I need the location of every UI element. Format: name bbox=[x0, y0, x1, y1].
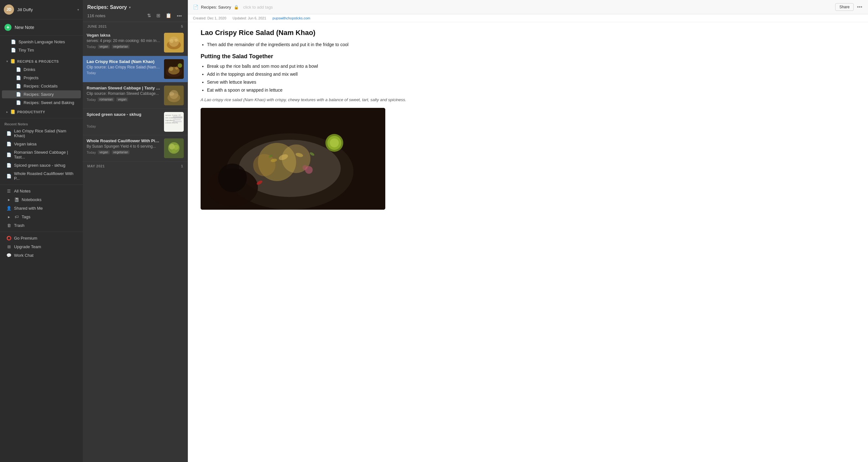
sidebar-item-spanish[interactable]: 📄 Spanish Language Notes bbox=[2, 38, 81, 46]
new-note-button[interactable]: + New Note bbox=[0, 20, 83, 36]
note-date: Today bbox=[87, 151, 96, 154]
lock-icon: 🔒 bbox=[234, 5, 239, 9]
note-text: Vegan laksa serves: 4 prep: 20 min cooki… bbox=[87, 33, 161, 53]
chevron-down-icon: ▾ bbox=[6, 60, 8, 63]
note-meta: Today vegan vegetarian bbox=[87, 150, 161, 154]
more-options-button[interactable]: ••• bbox=[856, 3, 863, 10]
user-header[interactable]: JD Jill Duffy ▾ bbox=[0, 0, 83, 20]
tag-icon: 🏷 bbox=[14, 214, 19, 219]
sidebar-item-drinks[interactable]: 📄 Drinks bbox=[2, 66, 81, 73]
note-list-chevron-icon: ▾ bbox=[129, 5, 131, 9]
notebook-icon: 📒 bbox=[10, 59, 16, 64]
svg-point-43 bbox=[330, 138, 339, 147]
note-item-vegan-laksa[interactable]: Vegan laksa serves: 4 prep: 20 min cooki… bbox=[83, 30, 188, 56]
sidebar-item-label: Recipes: Cocktails bbox=[24, 84, 76, 89]
note-thumbnail bbox=[164, 33, 184, 53]
note-item-whole-roasted[interactable]: Whole Roasted Cauliflower With Pistachio… bbox=[83, 135, 188, 162]
sidebar: JD Jill Duffy ▾ + New Note 📄 Spanish Lan… bbox=[0, 0, 83, 462]
note-group-june: JUNE 2021 5 bbox=[83, 22, 188, 30]
sidebar-item-sweet-baking[interactable]: 📄 Recipes: Sweet and Baking bbox=[2, 99, 81, 107]
svg-point-8 bbox=[169, 66, 173, 71]
sidebar-item-tags[interactable]: ▸ 🏷 Tags bbox=[2, 213, 81, 221]
sidebar-item-notebooks[interactable]: ▸ 📓 Notebooks bbox=[2, 196, 81, 204]
sidebar-item-recent-whole[interactable]: 📄 Whole Roasted Cauliflower With P... bbox=[2, 170, 81, 182]
sidebar-item-label: Recipes: Sweet and Baking bbox=[24, 100, 76, 105]
note-tag: vegan bbox=[98, 44, 110, 49]
editor-bullet-item: Serve with lettuce leaves bbox=[207, 79, 855, 86]
note-meta: Today bbox=[87, 71, 161, 75]
note-tag: vegetarian bbox=[112, 150, 130, 154]
note-date: Today bbox=[87, 124, 96, 128]
sidebar-item-premium[interactable]: ⭕ Go Premium bbox=[2, 234, 81, 242]
note-item-lao-crispy[interactable]: Lao Crispy Rice Salad (Nam Khao) Clip so… bbox=[83, 56, 188, 82]
editor: 📄 Recipes: Savory 🔒 click to add tags Sh… bbox=[188, 0, 868, 462]
note-text: Whole Roasted Cauliflower With Pistachio… bbox=[87, 138, 161, 158]
sidebar-item-recent-lao[interactable]: 📄 Lao Crispy Rice Salad (Nam Khao) bbox=[2, 127, 81, 140]
all-notes-label: All Notes bbox=[14, 189, 76, 194]
premium-label: Go Premium bbox=[14, 236, 76, 240]
svg-point-10 bbox=[178, 63, 182, 68]
editor-food-image bbox=[200, 108, 385, 210]
note-list-title: Recipes: Savory bbox=[87, 4, 127, 10]
note-list: Recipes: Savory ▾ 116 notes ⇅ ⊞ 📋 ••• JU… bbox=[83, 0, 188, 462]
tags-placeholder[interactable]: click to add tags bbox=[241, 4, 275, 10]
chevron-right-icon: ▸ bbox=[6, 110, 8, 113]
sidebar-item-tiny-tim[interactable]: 📄 Tiny Tim bbox=[2, 46, 81, 54]
sort-button[interactable]: ⇅ bbox=[146, 12, 153, 19]
sidebar-item-recent-spiced[interactable]: 📄 Spiced green sauce - skhug bbox=[2, 161, 81, 169]
premium-icon: ⭕ bbox=[6, 236, 11, 240]
editor-meta: Created: Dec 1, 2020 Updated: Jun 6, 202… bbox=[188, 14, 868, 22]
chevron-right-icon: ▸ bbox=[6, 214, 11, 219]
sidebar-item-upgrade[interactable]: ⊞ Upgrade Team bbox=[2, 243, 81, 251]
trash-label: Trash bbox=[14, 223, 76, 228]
share-button[interactable]: Share bbox=[835, 3, 854, 11]
sidebar-item-cocktails[interactable]: 📄 Recipes: Cocktails bbox=[2, 82, 81, 90]
note-snippet: Clip source: Romanian Stewed Cabbage... bbox=[87, 91, 161, 96]
editor-section-title: Putting the Salad Together bbox=[200, 53, 855, 60]
note-snippet: serves: 4 prep: 20 min cooking: 60 min I… bbox=[87, 38, 161, 43]
add-note-button[interactable]: 📋 bbox=[164, 12, 173, 19]
recipes-projects-header[interactable]: ▾ 📒 RECIPES & PROJECTS bbox=[2, 58, 81, 65]
note-icon: 📄 bbox=[6, 141, 11, 146]
editor-breadcrumb: Recipes: Savory bbox=[201, 5, 231, 9]
note-count: 116 notes bbox=[87, 13, 105, 18]
more-options-button[interactable]: ••• bbox=[176, 12, 183, 19]
divider bbox=[0, 118, 83, 119]
sidebar-item-all-notes[interactable]: ☰ All Notes bbox=[2, 187, 81, 195]
chat-icon: 💬 bbox=[6, 253, 11, 258]
sidebar-item-label: Projects bbox=[24, 75, 76, 80]
note-icon: 📄 bbox=[11, 48, 16, 53]
sidebar-item-recent-romanian[interactable]: 📄 Romanian Stewed Cabbage | Tast... bbox=[2, 148, 81, 161]
note-meta: Today romanian vegan bbox=[87, 97, 161, 101]
sidebar-item-projects[interactable]: 📄 Projects bbox=[2, 74, 81, 82]
sidebar-item-label: Drinks bbox=[24, 67, 76, 72]
sidebar-item-work-chat[interactable]: 💬 Work Chat bbox=[2, 251, 81, 259]
note-group-count: 1 bbox=[181, 164, 183, 168]
note-snippet: By Susan Spungen Yield 4 to 6 serving... bbox=[87, 144, 161, 148]
note-list-scroll[interactable]: JUNE 2021 5 Vegan laksa serves: 4 prep: … bbox=[83, 22, 188, 462]
editor-source-url[interactable]: pupswithchopsticks.com bbox=[273, 16, 310, 20]
note-item-romanian[interactable]: Romanian Stewed Cabbage | Tasty Kitchen … bbox=[83, 82, 188, 109]
recipes-projects-children: 📄 Drinks 📄 Projects 📄 Recipes: Cocktails… bbox=[0, 66, 83, 107]
new-note-label: New Note bbox=[14, 25, 34, 30]
note-title: Whole Roasted Cauliflower With Pistachio… bbox=[87, 138, 161, 143]
note-text: Lao Crispy Rice Salad (Nam Khao) Clip so… bbox=[87, 59, 161, 79]
all-notes-icon: ☰ bbox=[6, 189, 11, 194]
sidebar-item-trash[interactable]: 🗑 Trash bbox=[2, 222, 81, 229]
editor-toolbar-left: 📄 Recipes: Savory 🔒 click to add tags bbox=[193, 4, 832, 10]
editor-bullet-item: Eat with a spoon or wrapped in lettuce bbox=[207, 87, 855, 94]
note-icon: 📄 bbox=[6, 131, 11, 136]
tags-label: Tags bbox=[22, 214, 76, 219]
sidebar-item-recent-vegan[interactable]: 📄 Vegan laksa bbox=[2, 140, 81, 148]
note-title: Spiced green sauce - skhug bbox=[87, 112, 161, 117]
sidebar-item-savory[interactable]: 📄 Recipes: Savory bbox=[2, 90, 81, 98]
svg-rect-21 bbox=[173, 119, 181, 120]
sidebar-item-label: Romanian Stewed Cabbage | Tast... bbox=[14, 150, 76, 159]
note-tag: romanian bbox=[98, 97, 114, 101]
sidebar-item-shared[interactable]: 👤 Shared with Me bbox=[2, 204, 81, 212]
note-item-spiced-green[interactable]: Spiced green sauce - skhug Today serves:… bbox=[83, 109, 188, 135]
sidebar-item-label: Vegan laksa bbox=[14, 141, 76, 146]
productivity-header[interactable]: ▸ 📒 PRODUCTIVITY bbox=[2, 108, 81, 116]
sidebar-item-label: Recipes: Savory bbox=[24, 92, 76, 97]
view-toggle-button[interactable]: ⊞ bbox=[155, 12, 162, 19]
